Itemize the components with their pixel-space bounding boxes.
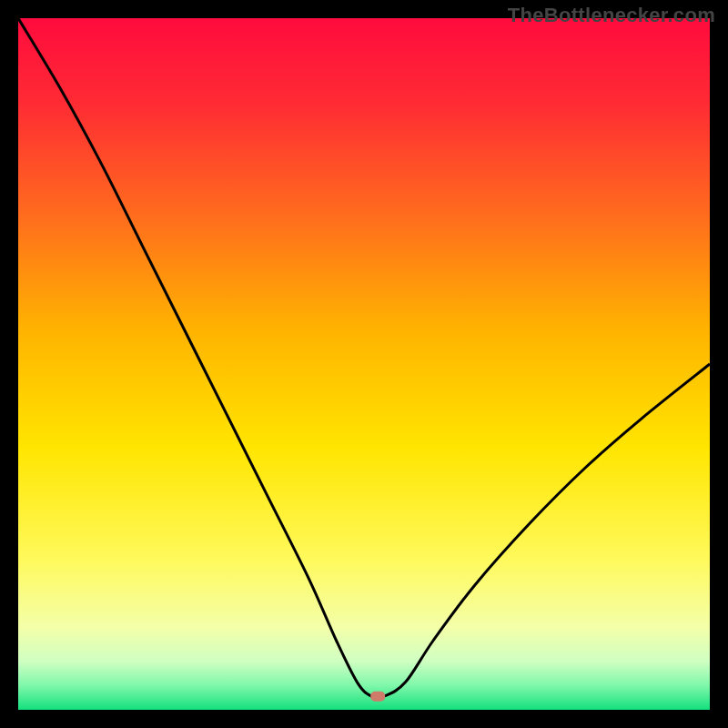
plot-area xyxy=(18,18,710,710)
chart-frame: TheBottlenecker.com xyxy=(0,0,728,728)
gradient-background xyxy=(18,18,710,710)
optimal-point-marker xyxy=(370,692,385,702)
bottleneck-chart xyxy=(18,18,710,710)
watermark-text: TheBottlenecker.com xyxy=(508,4,715,27)
